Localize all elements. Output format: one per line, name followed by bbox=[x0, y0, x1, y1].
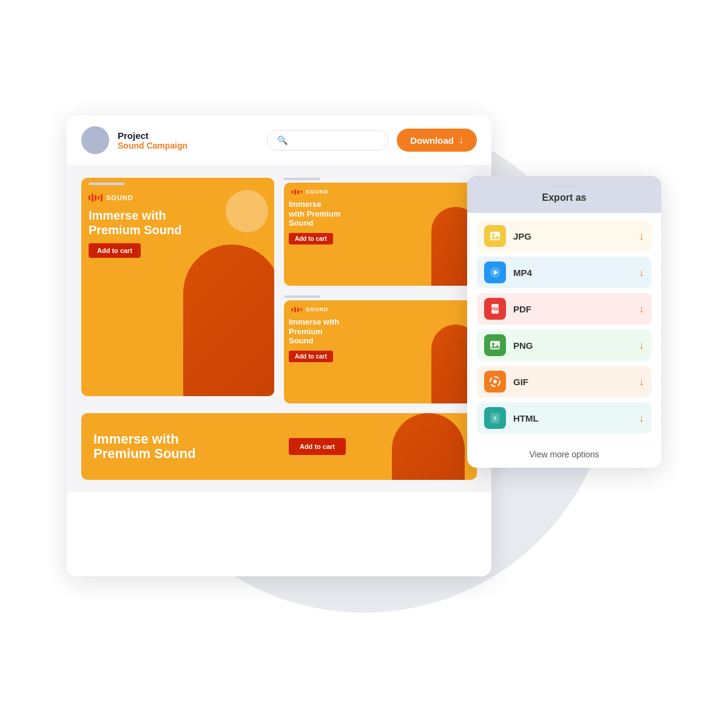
format-icon-png bbox=[484, 334, 506, 356]
download-arrow-jpg[interactable]: ↓ bbox=[639, 230, 644, 243]
svg-text:PDF: PDF bbox=[491, 307, 500, 311]
view-more-options[interactable]: View more options bbox=[467, 441, 661, 468]
export-item-png[interactable]: PNG ↓ bbox=[477, 329, 652, 361]
export-header: Export as bbox=[467, 176, 661, 213]
export-item-html[interactable]: 5 HTML ↓ bbox=[477, 402, 652, 434]
svg-point-11 bbox=[493, 380, 497, 383]
app-card: Project Sound Campaign 🔍 Download ↓ bbox=[67, 115, 491, 576]
ad-wide-text: Immerse withPremium Sound bbox=[81, 432, 279, 461]
export-item-mp4[interactable]: MP4 ↓ bbox=[477, 257, 652, 288]
ad-medium-top: SOUND Immersewith PremiumSound Add to ca… bbox=[284, 183, 477, 286]
search-icon: 🔍 bbox=[277, 135, 288, 145]
project-subtitle: Sound Campaign bbox=[118, 141, 258, 150]
download-arrow-html[interactable]: ↓ bbox=[639, 412, 644, 425]
separator-line-med-bot bbox=[284, 295, 320, 298]
cta-btn-med-bot[interactable]: Add to cart bbox=[289, 351, 333, 362]
app-header: Project Sound Campaign 🔍 Download ↓ bbox=[67, 115, 491, 166]
format-icon-html: 5 bbox=[484, 407, 506, 429]
ad-tall: SOUND Immerse withPremium Sound Add to c… bbox=[81, 178, 274, 396]
format-icon-mp4 bbox=[484, 261, 506, 283]
canvas-area: SOUND Immerse withPremium Sound Add to c… bbox=[67, 166, 491, 492]
download-arrow-png[interactable]: ↓ bbox=[639, 339, 644, 352]
download-icon: ↓ bbox=[459, 135, 463, 146]
download-button-label: Download bbox=[410, 135, 454, 146]
svg-text:5: 5 bbox=[494, 416, 497, 421]
search-input[interactable] bbox=[292, 136, 365, 145]
format-label-jpg: JPG bbox=[513, 231, 632, 241]
download-arrow-pdf[interactable]: ↓ bbox=[639, 303, 644, 315]
sound-wave-icon-med-bot bbox=[291, 307, 302, 312]
ad-wide: Immerse withPremium Sound Add to cart bbox=[81, 413, 477, 480]
add-to-cart-label-tall[interactable]: Add to cart bbox=[89, 243, 141, 258]
ad-wide-person bbox=[356, 413, 477, 480]
brand-text-med-top: SOUND bbox=[306, 189, 329, 195]
ad-wide-headline: Immerse withPremium Sound bbox=[93, 432, 267, 461]
brand-text-med-bot: SOUND bbox=[306, 306, 329, 312]
format-label-mp4: MP4 bbox=[513, 268, 632, 278]
format-icon-pdf: PDF bbox=[484, 298, 506, 320]
export-item-gif[interactable]: GIF ↓ bbox=[477, 366, 652, 397]
cta-btn-wide[interactable]: Add to cart bbox=[289, 438, 346, 455]
separator-line-med-top bbox=[284, 178, 320, 180]
format-label-html: HTML bbox=[513, 413, 632, 423]
download-arrow-gif[interactable]: ↓ bbox=[639, 376, 644, 388]
ad-medium-bottom-wrapper: SOUND Immerse withPremiumSound Add to ca… bbox=[284, 295, 477, 403]
divider-line bbox=[549, 186, 579, 187]
format-label-png: PNG bbox=[513, 340, 632, 351]
export-list: JPG ↓ MP4 ↓ PDF bbox=[467, 213, 661, 441]
export-title: Export as bbox=[479, 192, 649, 203]
brand-text-tall: SOUND bbox=[106, 194, 133, 201]
ad-wide-person-shape bbox=[392, 413, 465, 480]
format-icon-gif bbox=[484, 371, 506, 393]
ad-medium-bottom: SOUND Immerse withPremiumSound Add to ca… bbox=[284, 300, 477, 403]
ad-medium-top-wrapper: SOUND Immersewith PremiumSound Add to ca… bbox=[284, 178, 477, 286]
format-label-gif: GIF bbox=[513, 377, 632, 387]
headphones-circle-tall bbox=[226, 190, 268, 232]
format-icon-jpg bbox=[484, 225, 506, 247]
project-info: Project Sound Campaign bbox=[118, 130, 258, 150]
download-button[interactable]: Download ↓ bbox=[397, 129, 477, 152]
cta-btn-med-top[interactable]: Add to cart bbox=[289, 233, 333, 244]
export-item-pdf[interactable]: PDF PDF ↓ bbox=[477, 293, 652, 325]
ad-brand-bar-med-bot: SOUND bbox=[284, 300, 477, 315]
ad-brand-bar-med-top: SOUND bbox=[284, 183, 477, 197]
search-bar[interactable]: 🔍 bbox=[267, 130, 388, 150]
export-panel: Export as JPG ↓ bbox=[467, 176, 661, 468]
sound-wave-icon bbox=[89, 194, 103, 202]
export-item-jpg[interactable]: JPG ↓ bbox=[477, 220, 652, 252]
scene-wrapper: Project Sound Campaign 🔍 Download ↓ bbox=[67, 91, 661, 637]
project-label: Project bbox=[118, 130, 258, 141]
svg-point-1 bbox=[492, 234, 494, 236]
svg-point-8 bbox=[492, 343, 494, 345]
download-arrow-mp4[interactable]: ↓ bbox=[639, 266, 644, 279]
avatar bbox=[81, 126, 109, 154]
separator-line bbox=[89, 183, 125, 185]
format-label-pdf: PDF bbox=[513, 304, 632, 314]
sound-wave-icon-med-top bbox=[291, 189, 302, 195]
person-shape-tall bbox=[183, 244, 274, 396]
